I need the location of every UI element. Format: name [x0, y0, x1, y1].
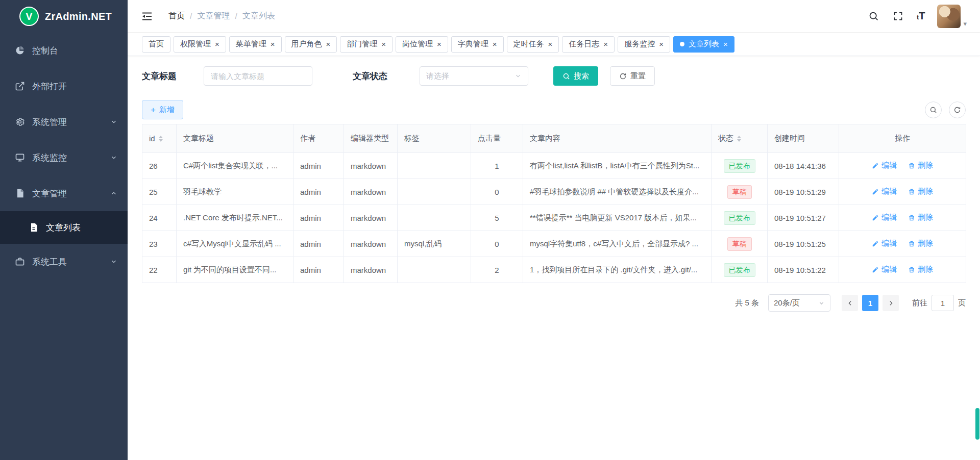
column-label: 标签: [404, 134, 420, 142]
sort-icon[interactable]: [159, 136, 163, 142]
add-button[interactable]: + 新增: [142, 100, 183, 119]
delete-button[interactable]: 删除: [908, 213, 933, 222]
tab-article-list[interactable]: 文章列表 ×: [673, 36, 734, 53]
article-status-select[interactable]: 请选择: [420, 66, 528, 86]
trash-icon: [908, 266, 915, 273]
tab-dict-management[interactable]: 字典管理 ×: [451, 36, 504, 53]
tab-post-management[interactable]: 岗位管理 ×: [396, 36, 448, 53]
sidebar-toggle-icon[interactable]: [141, 10, 154, 23]
close-icon[interactable]: ×: [548, 40, 553, 48]
pagination: 共 5 条 20条/页 1 前往 页: [142, 294, 966, 312]
font-size-icon[interactable]: tT: [917, 10, 925, 22]
close-icon[interactable]: ×: [493, 40, 497, 48]
tab-department-management[interactable]: 部门管理 ×: [340, 36, 393, 53]
delete-button[interactable]: 删除: [908, 187, 933, 196]
search-button[interactable]: 搜索: [553, 66, 598, 86]
page-size-select[interactable]: 20条/页: [768, 294, 830, 312]
trash-icon: [908, 162, 915, 169]
close-icon[interactable]: ×: [381, 40, 386, 48]
breadcrumb-article-management[interactable]: 文章管理: [197, 11, 230, 21]
tab-scheduled-task[interactable]: 定时任务 ×: [507, 36, 559, 53]
tab-label: 部门管理: [347, 39, 377, 49]
monitor-icon: [15, 152, 25, 163]
cell-status: 已发布: [712, 153, 768, 179]
delete-button[interactable]: 删除: [908, 265, 933, 274]
column-label: id: [149, 134, 155, 143]
scrollbar-thumb[interactable]: [975, 408, 979, 440]
delete-button[interactable]: 删除: [908, 239, 933, 248]
column-header-status[interactable]: 状态: [712, 124, 768, 153]
external-link-icon: [15, 81, 25, 91]
article-title-input[interactable]: [204, 66, 312, 86]
close-icon[interactable]: ×: [437, 40, 442, 48]
edit-button[interactable]: 编辑: [872, 239, 897, 248]
tab-user-role[interactable]: 用户角色 ×: [285, 36, 337, 53]
prev-page-button[interactable]: [842, 295, 858, 311]
cell-editor: markdown: [344, 179, 398, 205]
column-header-content: 文章内容: [523, 124, 712, 153]
close-icon[interactable]: ×: [603, 40, 608, 48]
page-content: 文章标题 文章状态 请选择 搜索 重置: [128, 56, 980, 460]
edit-button[interactable]: 编辑: [872, 161, 897, 170]
tab-home[interactable]: 首页: [142, 36, 170, 53]
goto-label: 前往: [912, 298, 927, 308]
close-icon[interactable]: ×: [659, 40, 664, 48]
gear-icon: [15, 117, 25, 127]
cell-tags: [398, 205, 471, 231]
cell-content: 1，找到项目所在目录下的 .git/文件夹，进入.git/...: [523, 257, 712, 283]
delete-label: 删除: [918, 265, 933, 274]
toolbox-icon: [15, 257, 25, 267]
sidebar-item-external-open[interactable]: 外部打开: [0, 68, 128, 104]
edit-button[interactable]: 编辑: [872, 213, 897, 222]
status-badge: 草稿: [727, 185, 752, 199]
trash-icon: [908, 188, 915, 195]
edit-button[interactable]: 编辑: [872, 265, 897, 274]
column-label: 状态: [718, 134, 733, 143]
sidebar-item-system-management[interactable]: 系统管理: [0, 104, 128, 140]
chevron-left-icon: [847, 300, 853, 306]
next-page-button[interactable]: [883, 295, 899, 311]
sidebar-item-system-monitor[interactable]: 系统监控: [0, 140, 128, 175]
app-logo[interactable]: V ZrAdmin.NET: [0, 0, 128, 33]
tab-permission-management[interactable]: 权限管理 ×: [174, 36, 226, 53]
reset-button[interactable]: 重置: [610, 66, 655, 86]
breadcrumb-home[interactable]: 首页: [168, 11, 185, 21]
delete-button[interactable]: 删除: [908, 161, 933, 170]
sidebar-item-system-tools[interactable]: 系统工具: [0, 244, 128, 279]
tab-menu-management[interactable]: 菜单管理 ×: [229, 36, 282, 53]
fullscreen-icon[interactable]: [892, 10, 904, 22]
sidebar-item-article-management[interactable]: 文章管理: [0, 175, 128, 211]
edit-button[interactable]: 编辑: [872, 187, 897, 196]
cell-clicks: 1: [471, 153, 523, 179]
column-label: 点击量: [478, 134, 501, 142]
cell-actions: 编辑 删除: [839, 205, 966, 231]
cell-editor: markdown: [344, 257, 398, 283]
pagination-total: 共 5 条: [735, 298, 759, 308]
cell-created: 08-19 10:51:29: [768, 179, 839, 205]
close-icon[interactable]: ×: [271, 40, 275, 48]
table-row: 24 .NET Core 发布时提示.NET... admin markdown…: [142, 205, 966, 231]
close-icon[interactable]: ×: [723, 40, 728, 48]
chevron-down-icon: [110, 258, 117, 265]
sidebar-item-dashboard[interactable]: 控制台: [0, 33, 128, 68]
tab-task-log[interactable]: 任务日志 ×: [562, 36, 615, 53]
document-icon: [15, 188, 25, 198]
page-number-1[interactable]: 1: [862, 295, 878, 311]
goto-page-input[interactable]: [932, 295, 954, 311]
close-icon[interactable]: ×: [215, 40, 219, 48]
document-icon: [29, 222, 39, 233]
user-menu[interactable]: ▾: [937, 5, 967, 28]
status-badge: 草稿: [727, 237, 752, 251]
sort-icon[interactable]: [737, 136, 741, 142]
search-icon[interactable]: [868, 10, 880, 22]
delete-label: 删除: [918, 161, 933, 170]
chevron-down-icon: [514, 72, 522, 80]
avatar[interactable]: [937, 5, 961, 28]
column-header-id[interactable]: id: [142, 124, 177, 153]
sidebar-item-article-list[interactable]: 文章列表: [0, 211, 128, 244]
toggle-search-button[interactable]: [925, 101, 942, 118]
search-icon: [562, 72, 570, 80]
tab-service-monitor[interactable]: 服务监控 ×: [618, 36, 670, 53]
refresh-table-button[interactable]: [949, 101, 966, 118]
close-icon[interactable]: ×: [326, 40, 331, 48]
